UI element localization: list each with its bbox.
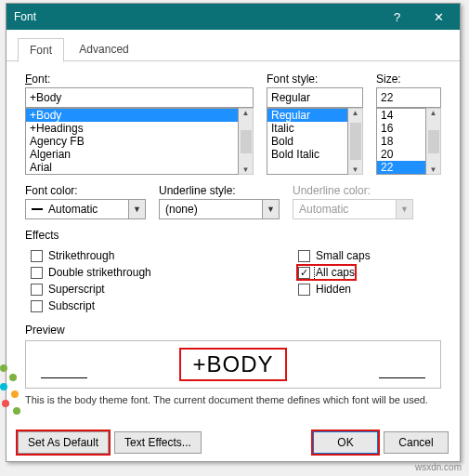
preview-text: +BODY (181, 350, 284, 379)
font-input[interactable] (25, 87, 254, 108)
size-option[interactable]: 16 (377, 122, 425, 135)
style-listbox[interactable]: Regular Italic Bold Bold Italic (267, 108, 348, 175)
font-scrollbar[interactable]: ▲▼ (239, 108, 254, 175)
hidden-checkbox[interactable]: Hidden (298, 283, 441, 296)
font-listbox[interactable]: +Body +Headings Agency FB Algerian Arial (25, 108, 239, 175)
size-option[interactable]: 22 (377, 161, 425, 174)
chevron-down-icon: ▼ (397, 199, 413, 219)
style-option[interactable]: Bold Italic (267, 148, 347, 161)
tab-font[interactable]: Font (18, 38, 64, 62)
font-option[interactable]: Agency FB (26, 135, 238, 148)
font-option[interactable]: Algerian (26, 148, 238, 161)
underlinecolor-dropdown: Automatic ▼ (293, 199, 413, 219)
fontcolor-label: Font color: (25, 184, 146, 197)
style-option[interactable]: Bold (267, 135, 347, 148)
font-option[interactable]: Arial (26, 161, 238, 174)
underlinestyle-label: Underline style: (159, 184, 280, 197)
size-option[interactable]: 18 (377, 135, 425, 148)
underlinestyle-dropdown[interactable]: (none) ▼ (159, 199, 280, 219)
size-option[interactable]: 20 (377, 148, 425, 161)
preview-box: +BODY (25, 340, 441, 389)
set-as-default-button[interactable]: Set As Default (18, 431, 109, 454)
font-label: Font: (25, 73, 254, 86)
superscript-checkbox[interactable]: Superscript (31, 283, 293, 296)
chevron-down-icon[interactable]: ▼ (129, 199, 146, 219)
watermark: wsxdn.com (415, 462, 462, 472)
text-effects-button[interactable]: Text Effects... (114, 431, 202, 454)
style-option[interactable]: Regular (267, 109, 347, 122)
fontcolor-dropdown[interactable]: Automatic ▼ (25, 199, 146, 219)
size-input[interactable] (376, 87, 441, 108)
font-option[interactable]: +Body (26, 109, 238, 122)
chevron-down-icon[interactable]: ▼ (263, 199, 280, 219)
tab-advanced[interactable]: Advanced (67, 37, 140, 60)
size-listbox[interactable]: 14 16 18 20 22 (376, 108, 426, 175)
preview-label: Preview (25, 324, 441, 337)
close-button[interactable]: ✕ (418, 4, 460, 30)
strikethrough-checkbox[interactable]: Strikethrough (31, 249, 293, 262)
font-dialog: Font ? ✕ Font Advanced Font: +Body +Head… (6, 3, 461, 462)
tab-strip: Font Advanced (18, 37, 460, 61)
underlinecolor-label: Underline color: (293, 184, 413, 197)
style-input[interactable] (267, 87, 363, 108)
effects-label: Effects (25, 229, 441, 242)
appuals-logo-icon (0, 355, 32, 420)
preview-hint: This is the body theme font. The current… (25, 394, 441, 405)
style-scrollbar[interactable]: ▲▼ (348, 108, 363, 175)
titlebar-title: Font (14, 10, 376, 23)
size-label: Size: (376, 73, 441, 86)
style-label: Font style: (267, 73, 363, 86)
font-option[interactable]: +Headings (26, 122, 238, 135)
cancel-button[interactable]: Cancel (384, 431, 449, 454)
smallcaps-checkbox[interactable]: Small caps (298, 249, 441, 262)
titlebar: Font ? ✕ (7, 4, 460, 30)
size-scrollbar[interactable]: ▲▼ (426, 108, 441, 175)
size-option[interactable]: 14 (377, 109, 425, 122)
help-button[interactable]: ? (376, 4, 418, 30)
subscript-checkbox[interactable]: Subscript (31, 299, 293, 312)
allcaps-checkbox[interactable]: All caps (298, 266, 355, 279)
ok-button[interactable]: OK (313, 431, 378, 454)
style-option[interactable]: Italic (267, 122, 347, 135)
double-strikethrough-checkbox[interactable]: Double strikethrough (31, 266, 293, 279)
